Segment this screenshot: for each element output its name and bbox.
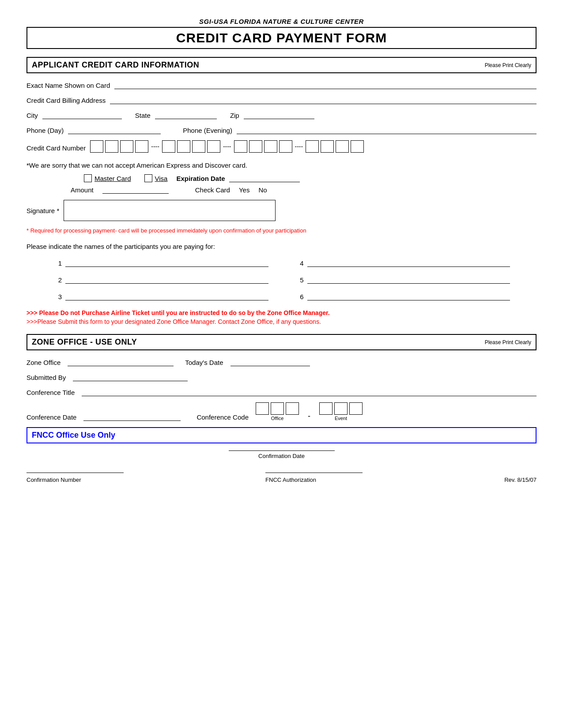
yes-label: Yes [239, 186, 249, 194]
participants-intro: Please indicate the names of the partici… [26, 243, 537, 250]
participant-5-input[interactable] [307, 275, 510, 284]
cc-box-9[interactable] [234, 140, 247, 153]
fncc-title: FNCC Office Use Only [32, 431, 115, 439]
fncc-header: FNCC Office Use Only [26, 427, 537, 443]
participant-3-row: 3 [53, 292, 268, 300]
todays-date-input[interactable] [230, 357, 310, 366]
exact-name-input[interactable] [114, 80, 537, 89]
participant-1-input[interactable] [65, 258, 268, 267]
participant-5-num: 5 [295, 276, 304, 284]
submitted-by-label: Submitted By [26, 374, 66, 381]
phone-day-input[interactable] [68, 125, 161, 134]
conf-code-dash: - [308, 412, 310, 421]
submitted-by-row: Submitted By [26, 372, 537, 381]
cc-box-13[interactable] [306, 140, 319, 153]
cc-box-2[interactable] [105, 140, 118, 153]
expiration-label: Expiration Date [176, 175, 225, 182]
participant-1-row: 1 [53, 258, 268, 267]
participant-4-input[interactable] [307, 258, 510, 267]
confirmation-section: Confirmation Date [26, 450, 537, 459]
billing-address-input[interactable] [110, 95, 537, 104]
conf-event-box-1[interactable] [319, 402, 333, 415]
city-label: City [26, 112, 38, 119]
required-note: * Required for processing payment- card … [26, 227, 537, 234]
fncc-auth-item: FNCC Authorization [265, 473, 363, 483]
conference-date-input[interactable] [83, 412, 181, 421]
section2-header: ZONE OFFICE - USE ONLY Please Print Clea… [26, 334, 537, 350]
cc-number-row: Credit Card Number ---- ---- ---- [26, 140, 537, 155]
cc-box-5[interactable] [162, 140, 175, 153]
cc-box-14[interactable] [321, 140, 334, 153]
amex-note: *We are sorry that we can not accept Ame… [26, 161, 537, 169]
conference-code-label: Conference Code [196, 413, 249, 421]
org-title: SGI-USA FLORIDA NATURE & CULTURE CENTER [26, 18, 537, 25]
conference-title-row: Conference Title [26, 387, 537, 396]
city-input[interactable] [42, 110, 122, 119]
exact-name-row: Exact Name Shown on Card [26, 80, 537, 89]
form-title: CREDIT CARD PAYMENT FORM [26, 27, 537, 49]
participant-6-num: 6 [295, 293, 304, 300]
bottom-row: Confirmation Number FNCC Authorization R… [26, 473, 537, 483]
phone-evening-input[interactable] [237, 125, 537, 134]
state-input[interactable] [155, 110, 217, 119]
zip-input[interactable] [244, 110, 314, 119]
signature-row: Signature * [26, 200, 537, 221]
conf-office-box-1[interactable] [256, 402, 269, 415]
zone-office-input[interactable] [68, 357, 174, 366]
conf-event-box-2[interactable] [334, 402, 348, 415]
office-label: Office [271, 416, 284, 421]
conf-event-box-3[interactable] [349, 402, 363, 415]
no-label: No [258, 186, 267, 194]
confirmation-number-item: Confirmation Number [26, 473, 124, 483]
confirmation-number-line[interactable] [26, 473, 124, 473]
participant-3-input[interactable] [65, 292, 268, 300]
cc-box-8[interactable] [207, 140, 220, 153]
cc-box-4[interactable] [135, 140, 148, 153]
cc-number-label: Credit Card Number [26, 144, 86, 152]
confirmation-date-label: Confirmation Date [229, 453, 335, 459]
expiration-input[interactable] [229, 173, 300, 182]
participant-5-row: 5 [295, 275, 510, 284]
zip-label: Zip [230, 112, 239, 119]
cc-box-10[interactable] [249, 140, 262, 153]
cc-box-3[interactable] [120, 140, 133, 153]
conf-office-box-2[interactable] [271, 402, 284, 415]
billing-address-label: Credit Card Billing Address [26, 97, 106, 104]
cc-box-12[interactable] [279, 140, 292, 153]
amex-note-text: *We are sorry that we can not accept Ame… [26, 161, 247, 169]
card-type-row: Master Card Visa Expiration Date [26, 173, 537, 182]
cc-box-6[interactable] [177, 140, 190, 153]
fncc-auth-line[interactable] [265, 473, 363, 473]
confirmation-date-line[interactable] [229, 450, 335, 451]
submitted-by-input[interactable] [73, 372, 188, 381]
phone-day-label: Phone (Day) [26, 127, 64, 134]
cc-box-7[interactable] [192, 140, 205, 153]
cc-box-1[interactable] [90, 140, 103, 153]
cc-box-15[interactable] [336, 140, 349, 153]
cc-box-16[interactable] [351, 140, 364, 153]
participant-6-input[interactable] [307, 292, 510, 300]
zone-office-row: Zone Office Today's Date [26, 357, 537, 366]
amount-input[interactable] [102, 185, 169, 194]
participant-2-input[interactable] [65, 275, 268, 284]
cc-box-11[interactable] [264, 140, 277, 153]
participant-6-row: 6 [295, 292, 510, 300]
section2-title: ZONE OFFICE - USE ONLY [32, 338, 137, 347]
conference-title-label: Conference Title [26, 389, 75, 396]
visa-checkbox[interactable] [144, 174, 152, 182]
participant-4-row: 4 [295, 258, 510, 267]
state-label: State [135, 112, 151, 119]
warning1: >>> Please Do not Purchase Airline Ticke… [26, 309, 537, 316]
signature-label: Signature * [26, 207, 59, 214]
conference-code-event-group: Event [319, 402, 363, 421]
mastercard-checkbox[interactable] [84, 174, 92, 182]
conference-title-input[interactable] [82, 387, 537, 396]
city-state-zip-row: City State Zip [26, 110, 537, 119]
signature-input[interactable] [64, 200, 276, 221]
cc-boxes: ---- ---- ---- [90, 140, 364, 153]
check-card-label: Check Card [195, 186, 230, 194]
zone-office-label: Zone Office [26, 359, 60, 366]
conf-office-box-3[interactable] [286, 402, 299, 415]
participant-4-num: 4 [295, 259, 304, 267]
conf-code-office-boxes [256, 402, 299, 415]
